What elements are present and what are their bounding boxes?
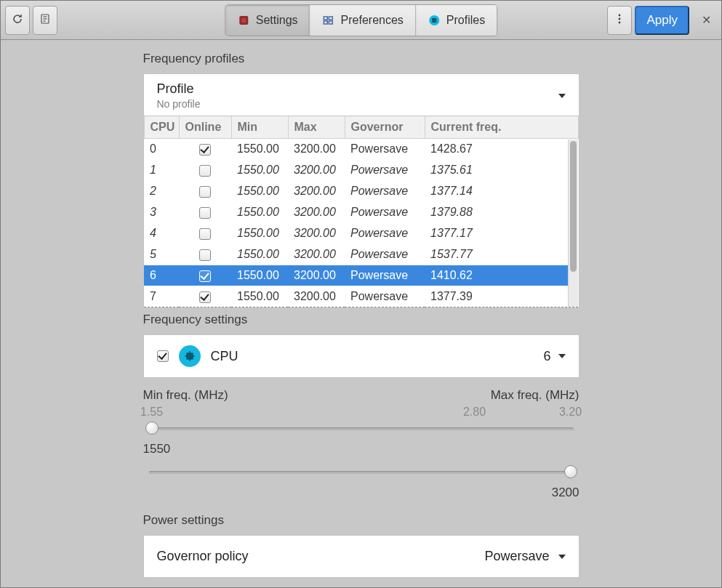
cell-cpu: 2 xyxy=(144,181,179,202)
profiles-tab-icon xyxy=(428,14,441,27)
cell-min: 1550.00 xyxy=(231,139,288,160)
table-row[interactable]: 41550.003200.00Powersave1377.17 xyxy=(144,223,578,244)
table-row[interactable]: 71550.003200.00Powersave1377.39 xyxy=(144,286,578,307)
table-row[interactable]: 61550.003200.00Powersave1410.62 xyxy=(144,265,578,286)
online-checkbox[interactable] xyxy=(199,249,211,261)
min-freq-track xyxy=(149,427,574,430)
col-cpu[interactable]: CPU xyxy=(144,116,179,139)
online-checkbox[interactable] xyxy=(199,207,211,219)
close-icon: ✕ xyxy=(702,13,711,27)
max-freq-value: 3200 xyxy=(143,486,579,500)
cell-cpu: 3 xyxy=(144,202,179,223)
col-max[interactable]: Max xyxy=(288,116,345,139)
chevron-down-icon xyxy=(558,555,566,559)
cell-governor: Powersave xyxy=(345,223,425,244)
governor-selector[interactable]: Powersave xyxy=(484,549,565,564)
body-scroll[interactable]: Frequency profiles Profile No profile CP… xyxy=(1,40,721,587)
table-row[interactable]: 11550.003200.00Powersave1375.61 xyxy=(144,160,578,181)
col-current[interactable]: Current freq. xyxy=(425,116,578,139)
cpu-picker[interactable]: 6 xyxy=(543,349,565,364)
online-checkbox[interactable] xyxy=(199,270,211,282)
table-scrollbar-thumb[interactable] xyxy=(570,141,577,272)
section-frequency-profiles: Frequency profiles xyxy=(143,52,579,66)
tab-preferences-label: Preferences xyxy=(341,14,404,27)
cell-min: 1550.00 xyxy=(231,265,288,286)
cpu-enabled-checkbox[interactable] xyxy=(157,350,169,362)
min-freq-value: 1550 xyxy=(143,442,579,456)
table-row[interactable]: 01550.003200.00Powersave1428.67 xyxy=(144,139,578,160)
max-freq-slider[interactable] xyxy=(143,464,579,481)
cell-cpu: 1 xyxy=(144,160,179,181)
online-checkbox[interactable] xyxy=(199,291,211,303)
online-checkbox[interactable] xyxy=(199,165,211,177)
close-button[interactable]: ✕ xyxy=(695,9,717,31)
cell-online[interactable] xyxy=(179,139,231,160)
cpu-chip-icon xyxy=(179,345,201,367)
table-row[interactable]: 51550.003200.00Powersave1537.77 xyxy=(144,244,578,265)
cell-max: 3200.00 xyxy=(288,139,345,160)
cpu-table-wrap: CPU Online Min Max Governor Current freq… xyxy=(144,116,579,307)
tab-profiles[interactable]: Profiles xyxy=(416,5,497,36)
profiles-card: Profile No profile CPU Online Min Max xyxy=(143,73,579,308)
svg-rect-9 xyxy=(329,21,333,24)
cell-governor: Powersave xyxy=(345,202,425,223)
tabbar: Settings Preferences Profiles xyxy=(225,4,497,36)
online-checkbox[interactable] xyxy=(199,228,211,240)
cell-governor: Powersave xyxy=(345,265,425,286)
app-window: Settings Preferences Profiles xyxy=(0,0,722,588)
cell-online[interactable] xyxy=(179,286,231,307)
profile-subtitle: No profile xyxy=(157,98,558,110)
min-freq-slider[interactable] xyxy=(143,420,579,438)
col-online[interactable]: Online xyxy=(179,116,231,139)
cell-min: 1550.00 xyxy=(231,244,288,265)
tick-mid: 2.80 xyxy=(463,406,486,419)
online-checkbox[interactable] xyxy=(199,186,211,198)
cell-online[interactable] xyxy=(179,223,231,244)
col-min[interactable]: Min xyxy=(231,116,288,139)
tick-low: 1.55 xyxy=(140,406,163,419)
cell-min: 1550.00 xyxy=(231,160,288,181)
tab-preferences[interactable]: Preferences xyxy=(310,5,416,36)
cell-cpu: 6 xyxy=(144,265,179,286)
svg-point-13 xyxy=(619,18,621,20)
reload-button[interactable] xyxy=(5,6,30,35)
tab-settings[interactable]: Settings xyxy=(225,5,310,36)
cell-max: 3200.00 xyxy=(288,181,345,202)
section-power-settings: Power settings xyxy=(143,513,579,528)
cell-online[interactable] xyxy=(179,181,231,202)
cell-max: 3200.00 xyxy=(288,223,345,244)
cell-cpu: 5 xyxy=(144,244,179,265)
profile-selector-text: Profile No profile xyxy=(157,81,558,110)
apply-button-label: Apply xyxy=(646,13,678,28)
cell-governor: Powersave xyxy=(345,139,425,160)
cpu-label: CPU xyxy=(211,349,238,364)
cell-online[interactable] xyxy=(179,244,231,265)
menu-button[interactable] xyxy=(607,6,632,35)
preferences-tab-icon xyxy=(322,14,335,27)
table-row[interactable]: 21550.003200.00Powersave1377.14 xyxy=(144,181,578,202)
cell-cpu: 7 xyxy=(144,286,179,307)
table-scrollbar[interactable] xyxy=(568,140,578,307)
profile-selector[interactable]: Profile No profile xyxy=(144,74,579,116)
max-freq-handle[interactable] xyxy=(564,465,577,478)
cell-current: 1377.17 xyxy=(425,223,578,244)
cell-max: 3200.00 xyxy=(288,160,345,181)
cell-online[interactable] xyxy=(179,202,231,223)
cell-max: 3200.00 xyxy=(288,265,345,286)
online-checkbox[interactable] xyxy=(199,144,211,156)
cell-current: 1537.77 xyxy=(425,244,578,265)
max-freq-label: Max freq. (MHz) xyxy=(491,388,579,403)
cell-current: 1375.61 xyxy=(425,160,578,181)
min-freq-handle[interactable] xyxy=(145,422,159,435)
document-icon xyxy=(39,13,51,27)
table-row[interactable]: 31550.003200.00Powersave1379.88 xyxy=(144,202,578,223)
cell-governor: Powersave xyxy=(345,160,425,181)
cpu-table: CPU Online Min Max Governor Current freq… xyxy=(144,116,579,307)
cell-online[interactable] xyxy=(179,265,231,286)
apply-button[interactable]: Apply xyxy=(635,6,689,35)
col-governor[interactable]: Governor xyxy=(345,116,425,139)
cell-max: 3200.00 xyxy=(288,286,345,307)
cell-online[interactable] xyxy=(179,160,231,181)
chevron-down-icon xyxy=(558,94,566,98)
info-button[interactable] xyxy=(33,6,57,35)
